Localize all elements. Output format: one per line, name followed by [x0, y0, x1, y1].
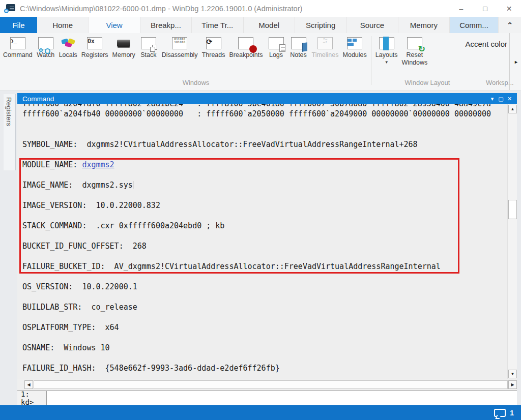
tab-file[interactable]: File [0, 17, 37, 33]
stack-icon [139, 37, 158, 50]
scroll-up-button[interactable]: ▲ [508, 105, 517, 113]
window-title: C:\Windows\Minidump\081022-6000-01.dmp -… [20, 5, 449, 13]
ribbon-button-label: Modules [343, 51, 367, 59]
command-icon: ❯_ [9, 37, 27, 50]
output-line [22, 333, 505, 343]
ribbon-group-label-window-layout: Window Layout [392, 79, 463, 86]
breakpoints-icon [237, 37, 255, 50]
chevron-down-icon[interactable]: ▼ [385, 60, 389, 65]
horizontal-scrollbar-track[interactable] [34, 380, 508, 389]
tab-breakp[interactable]: Breakp... [140, 17, 192, 33]
disassembly-icon: 011010101010 [170, 37, 189, 50]
output-line: fffff600`a204fb40 00000000`00000000 : ff… [22, 109, 505, 119]
ribbon-tab-row: FileHomeViewBreakp...Time Tr...ModelScri… [0, 17, 521, 33]
ribbon-overflow-arrow-icon[interactable]: ► [514, 59, 518, 65]
notification-bubble-icon[interactable] [494, 409, 506, 417]
output-line [22, 119, 505, 130]
ribbon-button-label: Windows [402, 59, 428, 67]
output-text: IMAGE_VERSION: 10.0.22000.832 [22, 201, 160, 210]
output-text: fffff600`a204faf0 fffff802`28a1bc24 : ff… [22, 104, 491, 108]
ribbon-button-label: Locals [59, 51, 77, 59]
modules-icon [345, 37, 364, 50]
output-line: FAILURE_BUCKET_ID: AV_dxgmms2!CVirtualAd… [22, 262, 505, 272]
tab-model[interactable]: Model [244, 17, 295, 33]
output-line: IMAGE_VERSION: 10.0.22000.832 [22, 201, 505, 211]
sidebar-tab-registers[interactable]: Registers [4, 94, 16, 170]
registers-icon: 0x [85, 37, 104, 50]
tab-home[interactable]: Home [37, 17, 89, 33]
output-line: BUILDLAB_STR: co_release [22, 303, 505, 313]
close-button[interactable]: ✕ [497, 0, 521, 17]
windbg-app-icon [5, 4, 15, 13]
tab-time-tr[interactable]: Time Tr... [192, 17, 243, 33]
panel-pin-dropdown-icon[interactable]: ▾ [488, 96, 497, 102]
output-line [22, 170, 505, 181]
ribbon-collapse-button[interactable]: ⌃ [499, 17, 521, 33]
panel-float-icon[interactable]: ▢ [497, 96, 505, 102]
output-text: FAILURE_BUCKET_ID: AV_dxgmms2!CVirtualAd… [22, 262, 441, 271]
ribbon-button-notes[interactable]: Notes [287, 34, 310, 59]
output-line: OSNAME: Windows 10 [22, 343, 505, 353]
ribbon-button-watch[interactable]: Watch [35, 34, 57, 59]
ribbon-button-disassembly[interactable]: 011010101010Disassembly [160, 34, 200, 59]
status-bar: 1 [0, 405, 521, 420]
scroll-down-button[interactable]: ▼ [508, 370, 517, 378]
module-link[interactable]: dxgmms2 [82, 160, 114, 169]
scroll-right-button[interactable]: ▶ [508, 380, 517, 389]
ribbon-button-layouts[interactable]: Layouts▼ [373, 34, 400, 65]
ribbon-button-memory[interactable]: Memory [110, 34, 137, 59]
ribbon-button-stack[interactable]: Stack [137, 34, 160, 59]
output-line [22, 353, 505, 364]
output-text: BUILDLAB_STR: co_release [22, 303, 137, 312]
horizontal-scrollbar[interactable]: ◀ ▶ [17, 379, 517, 391]
window-controls: –□✕ [449, 0, 521, 17]
minimize-button[interactable]: – [449, 0, 473, 17]
ribbon-button-timelines: •––•Timelines [310, 34, 341, 59]
scroll-left-button[interactable]: ◀ [24, 380, 33, 389]
logs-icon [267, 37, 285, 50]
output-text: IMAGE_NAME: dxgmms2.sys [22, 181, 133, 190]
triangle-left-icon: ◀ [27, 382, 30, 387]
command-panel-title: Command [22, 95, 488, 103]
ribbon-button-logs[interactable]: Logs [265, 34, 287, 59]
ribbon-button-breakpoints[interactable]: Breakpoints [227, 34, 265, 59]
triangle-up-icon: ▲ [511, 107, 515, 111]
ribbon-button-modules[interactable]: Modules [341, 34, 369, 59]
window-titlebar: C:\Windows\Minidump\081022-6000-01.dmp -… [0, 0, 521, 17]
output-line [22, 252, 505, 262]
ribbon-button-label: Breakpoints [229, 51, 263, 59]
ribbon-button-reset[interactable]: ↻ResetWindows [400, 34, 430, 67]
vertical-scrollbar[interactable]: ▲ ▼ [507, 104, 517, 379]
ribbon-button-threads[interactable]: ⟳Threads [200, 34, 227, 59]
panel-close-icon[interactable]: ✕ [505, 96, 514, 102]
maximize-button[interactable]: □ [473, 0, 497, 17]
ribbon-button-command[interactable]: ❯_Command [1, 34, 35, 59]
ribbon-button-registers[interactable]: 0xRegisters [79, 34, 110, 59]
ribbon-tabs: FileHomeViewBreakp...Time Tr...ModelScri… [0, 17, 499, 33]
output-text: OSPLATFORM_TYPE: x64 [22, 323, 119, 332]
docked-tab-strip: Registers [0, 93, 17, 405]
output-line: OS_VERSION: 10.0.22000.1 [22, 282, 505, 292]
tab-comm[interactable]: Comm... [450, 17, 499, 33]
command-prompt-row: 1: kd> [17, 391, 517, 405]
vertical-scrollbar-thumb[interactable] [508, 200, 517, 219]
command-output: fffff600`a204faf0 fffff802`28a1bc24 : ff… [22, 104, 505, 374]
notification-count: 1 [510, 409, 514, 417]
ribbon-button-label: Logs [269, 51, 283, 59]
command-panel-titlebar[interactable]: Command ▾▢✕ [17, 93, 517, 104]
ribbon: ❯_CommandWatchLocals0xRegistersMemorySta… [0, 33, 521, 91]
tab-source[interactable]: Source [346, 17, 398, 33]
kd-prompt-label: 1: kd> [17, 391, 47, 405]
output-line [22, 211, 505, 221]
ribbon-button-label: Registers [81, 51, 108, 59]
tab-view[interactable]: View [89, 17, 140, 33]
command-input[interactable] [47, 391, 517, 405]
locals-icon [59, 37, 77, 50]
triangle-down-icon: ▼ [511, 372, 515, 376]
tab-memory[interactable]: Memory [398, 17, 450, 33]
ribbon-button-locals[interactable]: Locals [57, 34, 79, 59]
output-line: STACK_COMMAND: .cxr 0xfffff600a204ebd0 ;… [22, 221, 505, 231]
tab-scripting[interactable]: Scripting [295, 17, 346, 33]
ribbon-group-label-windows: Windows [168, 79, 224, 86]
output-line: FAILURE_ID_HASH: {548e662f-9993-3ad6-dda… [22, 364, 505, 374]
